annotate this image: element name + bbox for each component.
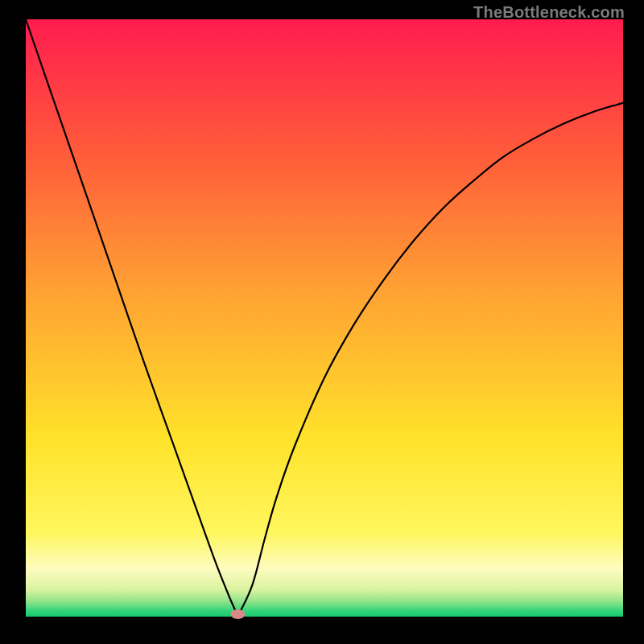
optimum-marker [230, 609, 245, 619]
plot-background [26, 19, 623, 617]
watermark-text: TheBottleneck.com [473, 3, 625, 22]
